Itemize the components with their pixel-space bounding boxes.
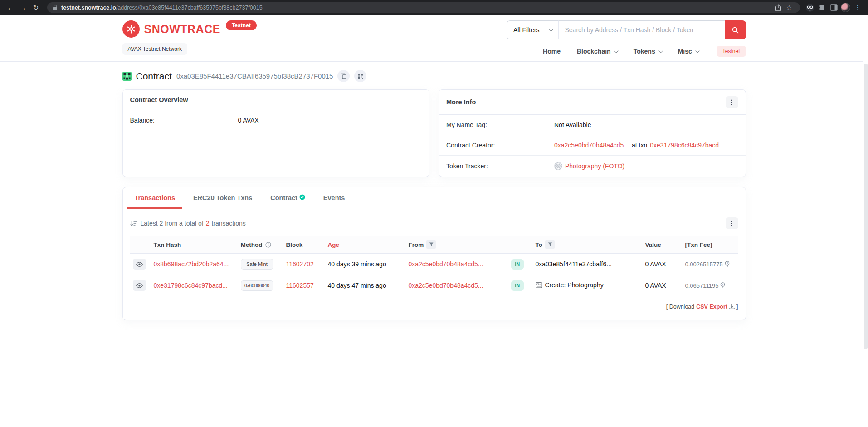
contract-address: 0xa03E85F4411e37CBAff635975bf38cB2737F00… xyxy=(176,72,333,80)
address-bar[interactable]: testnet.snowtrace.io/address/0xa03e85f44… xyxy=(47,2,800,13)
balance-value: 0 AVAX xyxy=(238,117,259,124)
filter-icon xyxy=(548,242,552,247)
copy-icon xyxy=(341,73,346,79)
chevron-down-icon xyxy=(695,49,700,53)
contract-document-icon xyxy=(536,282,542,288)
more-info-menu-button[interactable]: ⋮ xyxy=(726,96,738,108)
col-to: To xyxy=(533,236,643,254)
lock-icon xyxy=(53,5,58,10)
eye-icon xyxy=(136,283,143,288)
balance-label: Balance: xyxy=(130,117,238,124)
col-txn-fee: [Txn Fee] xyxy=(683,236,738,254)
tab-transactions[interactable]: Transactions xyxy=(127,187,182,209)
lightbulb-icon[interactable]: $ xyxy=(720,282,725,289)
txn-preview-button[interactable] xyxy=(133,280,146,291)
col-from: From xyxy=(406,236,508,254)
csv-export-link[interactable]: CSV Export xyxy=(696,304,727,310)
token-tracker-link[interactable]: Photography (FOTO) xyxy=(565,162,624,170)
table-header-row: Txn Hash Method Block Age From xyxy=(130,236,738,254)
share-icon[interactable] xyxy=(773,2,784,13)
tab-erc20-token-txns[interactable]: ERC20 Token Txns xyxy=(186,187,259,209)
extensions-puzzle-icon[interactable] xyxy=(816,2,827,13)
snowtrace-logo-icon[interactable] xyxy=(122,20,140,38)
tab-bar: Transactions ERC20 Token Txns Contract E… xyxy=(123,187,746,209)
txn-hash-link[interactable]: 0x8b698ac72bd20b2a64... xyxy=(154,260,229,268)
page-title-row: Contract 0xa03E85F4411e37CBAff635975bf38… xyxy=(122,70,746,82)
from-filter-button[interactable] xyxy=(426,240,436,249)
fee-amount: 0.0026515775 xyxy=(685,261,723,268)
from-address-link[interactable]: 0xa2c5e0bd70b48a4cd5... xyxy=(409,282,483,289)
info-icon[interactable] xyxy=(265,242,271,248)
search-filter-dropdown[interactable]: All Filters xyxy=(507,20,558,39)
overview-card-title: Contract Overview xyxy=(130,96,188,103)
copy-address-button[interactable] xyxy=(337,70,350,82)
search-button[interactable] xyxy=(725,20,746,39)
txn-count: 2 xyxy=(206,220,210,227)
creation-txn-link[interactable]: 0xe31798c6c84c97bacd... xyxy=(650,142,724,149)
table-row: 0xe31798c6c84c97bacd... 0x60806040 11602… xyxy=(130,275,738,296)
nav-home[interactable]: Home xyxy=(543,48,561,55)
back-icon[interactable]: ← xyxy=(5,2,16,14)
transactions-card: Transactions ERC20 Token Txns Contract E… xyxy=(122,187,746,320)
url-text: testnet.snowtrace.io/address/0xa03e85f44… xyxy=(61,5,263,11)
tab-events[interactable]: Events xyxy=(316,187,352,209)
txn-hash-link[interactable]: 0xe31798c6c84c97bacd... xyxy=(154,282,228,289)
main-nav: Home Blockchain Tokens Misc Testnet xyxy=(543,46,746,57)
sidebar-toggle-icon[interactable] xyxy=(828,2,839,13)
block-link[interactable]: 11602702 xyxy=(286,260,314,268)
kebab-menu-icon: ⋮ xyxy=(729,220,735,227)
contract-creator-label: Contract Creator: xyxy=(446,142,554,149)
to-address: 0xa03e85f4411e37cbaff6... xyxy=(536,260,612,268)
page-scrollbar[interactable] xyxy=(863,15,868,427)
txn-table-menu-button[interactable]: ⋮ xyxy=(726,217,738,229)
nav-tokens[interactable]: Tokens xyxy=(634,48,662,55)
network-label: AVAX Testnet Network xyxy=(122,43,187,55)
value-cell: 0 AVAX xyxy=(643,254,683,275)
nav-testnet-button[interactable]: Testnet xyxy=(717,46,746,57)
col-age[interactable]: Age xyxy=(325,236,406,254)
name-tag-value: Not Available xyxy=(554,121,591,128)
extension-owl-icon[interactable] xyxy=(805,2,815,13)
value-cell: 0 AVAX xyxy=(643,275,683,296)
qr-code-button[interactable] xyxy=(354,70,366,82)
direction-badge: IN xyxy=(511,259,524,270)
profile-avatar[interactable] xyxy=(840,2,851,13)
to-address: Create: Photography xyxy=(545,281,604,289)
eye-icon xyxy=(136,262,143,267)
page-title: Contract xyxy=(136,71,172,82)
nav-misc[interactable]: Misc xyxy=(678,48,698,55)
reload-icon[interactable]: ↻ xyxy=(30,2,42,14)
from-address-link[interactable]: 0xa2c5e0bd70b48a4cd5... xyxy=(409,260,483,268)
block-link[interactable]: 11602557 xyxy=(286,282,314,289)
browser-menu-icon[interactable]: ⋮ xyxy=(852,2,863,14)
token-placeholder-icon xyxy=(554,162,562,170)
scrollbar-thumb[interactable] xyxy=(864,64,868,349)
forward-icon[interactable]: → xyxy=(17,2,29,14)
svg-text:$: $ xyxy=(722,283,723,286)
to-filter-button[interactable] xyxy=(545,240,555,249)
nav-blockchain[interactable]: Blockchain xyxy=(577,48,617,55)
lightbulb-icon[interactable]: $ xyxy=(725,261,730,267)
tab-contract[interactable]: Contract xyxy=(263,187,312,209)
qr-code-icon xyxy=(357,73,363,79)
name-tag-row: My Name Tag: Not Available xyxy=(439,115,746,135)
brand-block: SNOWTRACE Testnet AVAX Testnet Network xyxy=(122,20,257,55)
method-badge: 0x60806040 xyxy=(241,280,273,291)
direction-badge: IN xyxy=(511,280,524,291)
age-cell: 40 days 39 mins ago xyxy=(325,254,406,275)
age-cell: 40 days 47 mins ago xyxy=(325,275,406,296)
txn-summary: Latest 2 from a total of 2 transactions xyxy=(130,220,246,227)
brand-name[interactable]: SNOWTRACE xyxy=(144,23,220,36)
token-tracker-row: Token Tracker: Photography (FOTO) xyxy=(439,155,746,177)
kebab-menu-icon: ⋮ xyxy=(729,98,735,106)
creator-address-link[interactable]: 0xa2c5e0bd70b48a4cd5... xyxy=(554,142,629,149)
bookmark-star-icon[interactable]: ☆ xyxy=(784,2,795,13)
txn-preview-button[interactable] xyxy=(133,259,146,270)
svg-text:$: $ xyxy=(727,262,728,265)
main-content: Contract 0xa03E85F4411e37CBAff635975bf38… xyxy=(122,70,746,320)
name-tag-label: My Name Tag: xyxy=(446,121,554,128)
col-method: Method xyxy=(238,236,283,254)
token-tracker-label: Token Tracker: xyxy=(446,162,554,170)
search-input[interactable] xyxy=(558,20,725,39)
method-badge: Safe Mint xyxy=(241,259,273,270)
